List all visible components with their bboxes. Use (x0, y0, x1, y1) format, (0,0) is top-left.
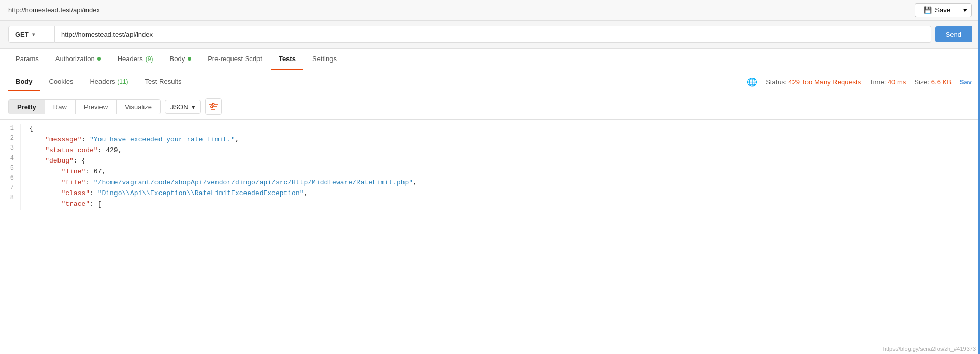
code-line-5: "line": 67, (29, 167, 972, 178)
top-url-bar: http://homestead.test/api/index 💾 Save ▾ (0, 0, 980, 21)
code-line-7: "class": "Dingo\\Api\\Exception\\RateLim… (29, 188, 972, 199)
method-chevron: ▾ (32, 32, 35, 37)
blue-right-border (978, 0, 980, 214)
line-num-4: 4 (6, 154, 14, 164)
response-save-link[interactable]: Sav (960, 78, 972, 86)
response-header: Body Cookies Headers (11) Test Results 🌐… (0, 70, 980, 94)
line-num-8: 8 (6, 193, 14, 203)
code-line-2: "message": "You have exceeded your rate … (29, 135, 972, 145)
line-num-2: 2 (6, 134, 14, 143)
resp-tab-body[interactable]: Body (8, 73, 40, 91)
body-dot (188, 57, 191, 61)
status-label: Status: 429 Too Many Requests (766, 78, 861, 86)
authorization-dot (97, 57, 101, 61)
time-label: Time: 40 ms (869, 78, 906, 86)
line-num-7: 7 (6, 183, 14, 193)
resp-tab-cookies[interactable]: Cookies (42, 73, 81, 91)
send-button[interactable]: Send (935, 26, 972, 42)
code-line-3: "status_code": 429, (29, 145, 972, 156)
save-label: Save (935, 6, 950, 14)
save-icon: 💾 (924, 6, 932, 14)
save-btn-group: 💾 Save ▾ (915, 3, 972, 17)
line-num-5: 5 (6, 164, 14, 173)
tab-settings[interactable]: Settings (305, 49, 344, 70)
resp-tab-headers[interactable]: Headers (11) (82, 73, 135, 91)
json-format-selector[interactable]: JSON ▾ (165, 100, 201, 114)
fmt-tab-pretty[interactable]: Pretty (9, 100, 45, 114)
response-status-area: 🌐 Status: 429 Too Many Requests Time: 40… (747, 77, 972, 87)
svg-point-3 (212, 103, 214, 105)
code-line-1: { (29, 124, 972, 135)
code-content[interactable]: { "message": "You have exceeded your rat… (21, 124, 980, 210)
tab-headers[interactable]: Headers (9) (110, 49, 161, 70)
request-tabs: Params Authorization Headers (9) Body Pr… (0, 49, 980, 70)
save-main-button[interactable]: 💾 Save (915, 3, 959, 17)
line-num-3: 3 (6, 143, 14, 153)
time-value: 40 ms (888, 78, 906, 86)
status-value: 429 Too Many Requests (788, 78, 861, 86)
code-line-6: "file": "/home/vagrant/code/shopApi/vend… (29, 178, 972, 188)
tab-body[interactable]: Body (163, 49, 199, 70)
url-input[interactable] (55, 26, 931, 43)
response-tabs: Body Cookies Headers (11) Test Results (8, 73, 747, 91)
tab-authorization[interactable]: Authorization (48, 49, 108, 70)
size-label: Size: 6.6 KB (914, 78, 952, 86)
fmt-tab-preview[interactable]: Preview (76, 100, 117, 114)
url-bar-section: GET ▾ Send (0, 21, 980, 49)
save-dropdown-button[interactable]: ▾ (959, 3, 972, 17)
globe-icon: 🌐 (747, 77, 757, 87)
resp-tab-testresults[interactable]: Test Results (138, 73, 189, 91)
code-line-8: "trace": [ (29, 199, 972, 210)
fmt-tab-visualize[interactable]: Visualize (117, 100, 160, 114)
code-line-4: "debug": { (29, 156, 972, 167)
line-num-6: 6 (6, 173, 14, 183)
filter-icon[interactable] (205, 98, 222, 115)
size-value: 6.6 KB (931, 78, 952, 86)
tab-tests[interactable]: Tests (271, 49, 303, 70)
json-chevron: ▾ (192, 103, 195, 111)
svg-point-4 (211, 106, 213, 108)
method-selector[interactable]: GET ▾ (8, 26, 55, 43)
method-label: GET (15, 31, 29, 38)
top-url-text: http://homestead.test/api/index (8, 6, 100, 14)
tab-params[interactable]: Params (8, 49, 46, 70)
fmt-tab-raw[interactable]: Raw (45, 100, 76, 114)
line-num-1: 1 (6, 124, 14, 134)
json-label: JSON (170, 103, 189, 111)
line-numbers: 1 2 3 4 5 6 7 8 (0, 124, 21, 210)
code-area: 1 2 3 4 5 6 7 8 { "message": "You have e… (0, 120, 980, 214)
tab-prerequest[interactable]: Pre-request Script (200, 49, 269, 70)
format-tabs: Pretty Raw Preview Visualize (8, 99, 161, 114)
format-bar: Pretty Raw Preview Visualize JSON ▾ (0, 94, 980, 120)
